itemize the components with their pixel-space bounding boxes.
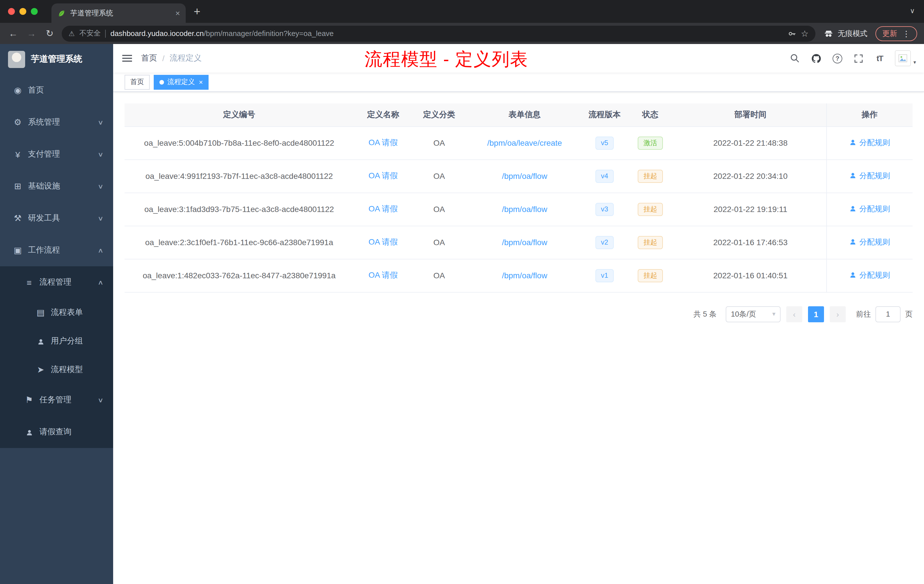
sidebar-item-home[interactable]: ◉ 首页	[0, 74, 113, 106]
back-icon[interactable]: ←	[7, 28, 20, 39]
not-secure-warning-icon: ⚠	[69, 30, 75, 38]
tag-home[interactable]: 首页	[125, 74, 150, 89]
tag-close-icon[interactable]: ×	[199, 78, 203, 86]
page-size-select[interactable]: 10条/页 ▾	[726, 306, 780, 322]
password-key-icon[interactable]	[787, 29, 796, 38]
font-size-icon[interactable]: tT	[874, 53, 885, 64]
screen: 芋道管理系统 × + ∨ ← → ↻ ⚠ 不安全 dashboard.yudao…	[0, 0, 924, 584]
cell-operation: 分配规则	[826, 259, 912, 292]
security-label[interactable]: 不安全	[79, 28, 101, 38]
window-minimize-button[interactable]	[20, 8, 26, 15]
sidebar-item-workflow[interactable]: ▣ 工作流程 ∧	[0, 234, 113, 266]
version-badge: v5	[595, 136, 614, 149]
page-1-button[interactable]: 1	[808, 306, 824, 322]
sidebar-item-devtools[interactable]: ⚒ 研发工具 ∨	[0, 202, 113, 234]
sidebar-item-process-management[interactable]: ≡ 流程管理 ∧	[0, 266, 113, 298]
goto-page: 前往 页	[856, 306, 912, 322]
table-row: oa_leave:4:991f2193-7b7f-11ec-a3c8-acde4…	[125, 159, 912, 193]
form-info-link[interactable]: /bpm/oa/flow	[502, 271, 548, 280]
breadcrumb-home[interactable]: 首页	[141, 53, 157, 63]
caret-down-icon: ▾	[772, 310, 776, 318]
sidebar-item-process-models[interactable]: ➤ 流程模型	[0, 355, 113, 384]
github-icon[interactable]	[810, 53, 822, 64]
sidebar-item-system[interactable]: ⚙ 系统管理 ∨	[0, 106, 113, 138]
version-badge: v1	[595, 269, 614, 282]
header-process-version: 流程版本	[583, 104, 626, 126]
definition-name-link[interactable]: OA 请假	[369, 138, 398, 147]
form-info-link[interactable]: /bpm/oa/flow	[502, 172, 548, 181]
sidebar-item-leave-query[interactable]: 请假查询	[0, 416, 113, 448]
definition-name-link[interactable]: OA 请假	[369, 237, 398, 246]
incognito-chip[interactable]: 无痕模式	[823, 28, 868, 39]
tab-close-icon[interactable]: ×	[175, 8, 180, 18]
cell-form-info: /bpm/oa/flow	[466, 159, 583, 193]
cell-status: 挂起	[626, 193, 675, 226]
hamburger-icon	[122, 58, 132, 59]
sidebar-item-payment[interactable]: ¥ 支付管理 ∨	[0, 138, 113, 170]
cell-form-info: /bpm/oa/leave/create	[466, 126, 583, 159]
assign-rule-link[interactable]: 分配规则	[849, 171, 890, 181]
tab-search-icon[interactable]: ∨	[910, 7, 915, 15]
window-close-button[interactable]	[8, 8, 15, 15]
table-row: oa_leave:2:3c1f0ef1-76b1-11ec-9c66-a2380…	[125, 226, 912, 259]
definition-name-link[interactable]: OA 请假	[369, 270, 398, 279]
version-badge: v2	[595, 236, 614, 249]
table-row: oa_leave:1:482ec033-762a-11ec-8477-a2380…	[125, 259, 912, 292]
assign-rule-link[interactable]: 分配规则	[849, 138, 890, 148]
chevron-down-icon: ∨	[97, 214, 104, 222]
assign-rule-link[interactable]: 分配规则	[849, 204, 890, 214]
sidebar-toggle-button[interactable]	[113, 44, 141, 73]
tag-process-definition[interactable]: 流程定义 ×	[154, 74, 209, 89]
cell-deploy-time: 2022-01-16 01:40:51	[675, 259, 826, 292]
header-status: 状态	[626, 104, 675, 126]
person-icon	[23, 427, 35, 437]
cell-definition-id: oa_leave:5:004b710b-7b8a-11ec-8ef0-acde4…	[125, 126, 354, 159]
app-logo[interactable]: 芋道管理系统	[0, 44, 113, 74]
bookmark-star-icon[interactable]: ☆	[801, 28, 808, 39]
assign-rule-link[interactable]: 分配规则	[849, 270, 890, 280]
forward-icon[interactable]: →	[25, 28, 38, 39]
sidebar-item-task-management[interactable]: ⚑ 任务管理 ∨	[0, 384, 113, 416]
window-zoom-button[interactable]	[31, 8, 38, 15]
divider	[106, 30, 106, 38]
pagination-total: 共 5 条	[693, 309, 716, 319]
cell-definition-name: OA 请假	[354, 226, 412, 259]
form-info-link[interactable]: /bpm/oa/flow	[502, 238, 548, 247]
version-badge: v3	[595, 203, 614, 216]
main-content: 定义编号 定义名称 定义分类 表单信息 流程版本 状态 部署时间 操作 oa_l…	[113, 92, 924, 584]
sidebar-item-process-forms[interactable]: ▤ 流程表单	[0, 298, 113, 327]
address-bar[interactable]: ⚠ 不安全 dashboard.yudao.iocoder.cn/bpm/man…	[62, 25, 815, 41]
next-page-button[interactable]: ›	[830, 306, 846, 322]
form-info-link[interactable]: /bpm/oa/leave/create	[487, 138, 562, 147]
sidebar-item-infrastructure[interactable]: ⊞ 基础设施 ∨	[0, 170, 113, 202]
goto-unit: 页	[905, 309, 912, 319]
caret-down-icon: ▾	[913, 59, 916, 65]
form-info-link[interactable]: /bpm/oa/flow	[502, 205, 548, 214]
update-button[interactable]: 更新 ⋮	[875, 26, 917, 41]
cell-form-info: /bpm/oa/flow	[466, 226, 583, 259]
header-definition-category: 定义分类	[412, 104, 466, 126]
gear-icon: ⚙	[12, 117, 24, 127]
goto-page-input[interactable]	[875, 306, 901, 322]
assign-rule-link[interactable]: 分配规则	[849, 237, 890, 247]
browser-chrome: 芋道管理系统 × + ∨ ← → ↻ ⚠ 不安全 dashboard.yudao…	[0, 0, 924, 44]
infrastructure-icon: ⊞	[12, 181, 24, 191]
sidebar-item-user-groups[interactable]: 用户分组	[0, 327, 113, 355]
browser-tab[interactable]: 芋道管理系统 ×	[51, 3, 186, 23]
fullscreen-icon[interactable]	[853, 53, 864, 64]
person-icon	[849, 139, 856, 147]
user-avatar-menu[interactable]: ▾	[895, 50, 916, 66]
tab-strip: 芋道管理系统 × + ∨	[0, 0, 924, 23]
table-header-row: 定义编号 定义名称 定义分类 表单信息 流程版本 状态 部署时间 操作	[125, 104, 912, 126]
cell-category: OA	[412, 193, 466, 226]
new-tab-button[interactable]: +	[194, 6, 200, 17]
help-icon[interactable]: ?	[832, 53, 843, 64]
reload-icon[interactable]: ↻	[43, 28, 56, 39]
prev-page-button[interactable]: ‹	[786, 306, 802, 322]
cell-operation: 分配规则	[826, 193, 912, 226]
browser-menu-dots-icon[interactable]: ⋮	[902, 29, 910, 38]
definition-name-link[interactable]: OA 请假	[369, 204, 398, 213]
search-icon[interactable]	[789, 53, 801, 64]
definition-name-link[interactable]: OA 请假	[369, 171, 398, 180]
url-text[interactable]: dashboard.yudao.iocoder.cn/bpm/manager/d…	[111, 29, 783, 38]
